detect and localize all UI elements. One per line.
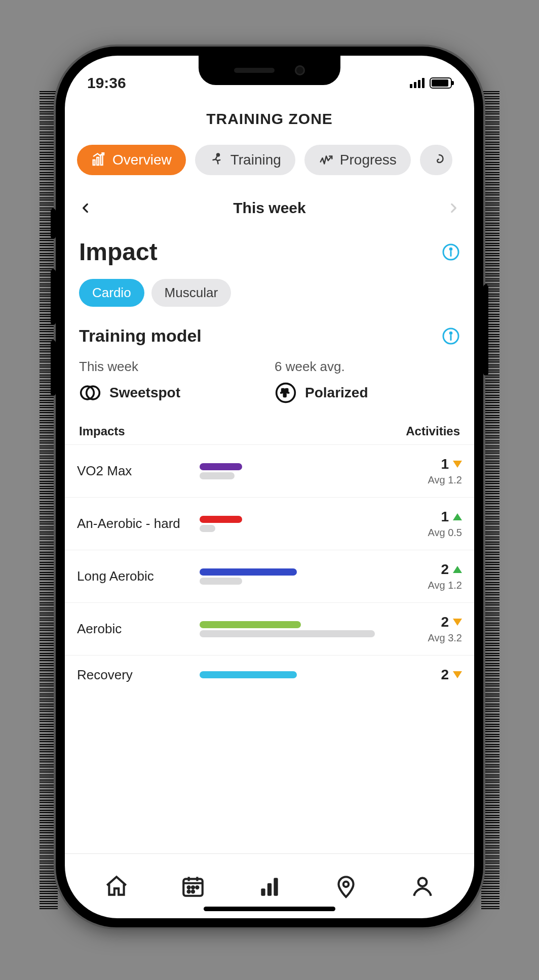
- bar-this-week: [200, 568, 297, 576]
- bar-avg: [200, 630, 375, 637]
- training-model-heading: Training model: [79, 326, 202, 346]
- battery-icon: [430, 77, 452, 89]
- activity-count: 2: [441, 667, 449, 683]
- impact-row[interactable]: An-Aerobic - hard1Avg 0.5: [65, 498, 474, 550]
- nav-places[interactable]: [332, 872, 360, 901]
- svg-point-15: [187, 890, 189, 892]
- tab-label: Training: [230, 152, 281, 168]
- svg-point-5: [450, 248, 452, 250]
- impact-activity: 1Avg 0.5: [397, 509, 462, 539]
- person-icon: [410, 874, 435, 899]
- training-model-header: Training model: [65, 312, 474, 346]
- chevron-left-icon[interactable]: [79, 201, 92, 215]
- impact-row[interactable]: Aerobic2Avg 3.2: [65, 603, 474, 656]
- filter-muscular[interactable]: Muscular: [151, 279, 231, 307]
- nav-profile[interactable]: [408, 872, 437, 901]
- week-label: This week: [233, 199, 305, 217]
- activity-count: 2: [441, 614, 449, 630]
- model-label: This week: [79, 359, 264, 375]
- bar-this-week: [200, 621, 301, 628]
- model-value: Sweetspot: [109, 385, 180, 401]
- filter-label: Cardio: [92, 285, 131, 300]
- chevron-right-icon[interactable]: [447, 201, 460, 215]
- impacts-list-header: Impacts Activities: [65, 407, 474, 444]
- svg-point-16: [192, 890, 194, 892]
- bars-icon: [257, 874, 282, 899]
- impact-row[interactable]: VO2 Max1Avg 1.2: [65, 445, 474, 498]
- impact-filters: Cardio Muscular: [65, 266, 474, 312]
- top-tabs: Overview Training Progress: [65, 128, 474, 180]
- svg-point-13: [192, 886, 194, 888]
- tab-progress[interactable]: Progress: [304, 145, 411, 175]
- impact-name: Recovery: [77, 667, 197, 683]
- tab-peek[interactable]: [420, 145, 452, 175]
- bar-this-week: [200, 463, 242, 470]
- svg-point-3: [217, 154, 219, 156]
- bar-this-week: [200, 671, 297, 678]
- activity-count: 2: [441, 561, 449, 578]
- tab-training[interactable]: Training: [195, 145, 295, 175]
- home-indicator[interactable]: [204, 907, 335, 911]
- device-notch: [199, 56, 340, 85]
- impact-activity: 1Avg 1.2: [397, 456, 462, 486]
- bar-avg: [200, 472, 235, 479]
- chart-up-icon: [91, 152, 106, 168]
- svg-rect-17: [261, 888, 265, 896]
- pulse-circle-icon: [275, 382, 297, 404]
- svg-point-12: [187, 886, 189, 888]
- impact-activity: 2: [397, 667, 462, 683]
- svg-point-20: [343, 881, 349, 886]
- impact-activity: 2Avg 1.2: [397, 561, 462, 591]
- impact-heading: Impact: [79, 238, 158, 266]
- impact-row[interactable]: Recovery2: [65, 656, 474, 684]
- filter-cardio[interactable]: Cardio: [79, 279, 144, 307]
- nav-stats[interactable]: [255, 872, 284, 901]
- trend-down-icon: [453, 461, 462, 468]
- impact-row[interactable]: Long Aerobic2Avg 1.2: [65, 550, 474, 603]
- impacts-column-label: Impacts: [79, 424, 125, 438]
- app-screen: 19:36 TRAINING ZONE Overview Traini: [65, 56, 474, 918]
- model-this-week: This week Sweetspot: [79, 359, 264, 404]
- model-six-week-avg: 6 week avg. Polarized: [275, 359, 460, 404]
- info-icon[interactable]: [442, 243, 460, 261]
- impact-activity: 2Avg 3.2: [397, 614, 462, 644]
- runner-icon: [209, 152, 224, 168]
- device-frame: 19:36 TRAINING ZONE Overview Traini: [56, 47, 483, 927]
- svg-point-14: [196, 886, 198, 888]
- bar-avg: [200, 525, 215, 532]
- page-title: TRAINING ZONE: [65, 110, 474, 128]
- trend-down-icon: [453, 671, 462, 678]
- impact-name: VO2 Max: [77, 463, 197, 479]
- impact-name: Aerobic: [77, 621, 197, 637]
- tab-label: Progress: [340, 152, 397, 168]
- tab-overview[interactable]: Overview: [77, 145, 186, 175]
- trend-down-icon: [453, 619, 462, 626]
- info-icon[interactable]: [442, 327, 460, 345]
- activity-count: 1: [441, 509, 449, 525]
- nav-calendar[interactable]: [179, 872, 207, 901]
- activities-column-label: Activities: [406, 424, 460, 438]
- activity-avg: Avg 1.2: [397, 580, 462, 591]
- model-value: Polarized: [305, 385, 368, 401]
- nav-home[interactable]: [102, 872, 131, 901]
- svg-rect-19: [274, 878, 278, 895]
- impact-bars: [200, 669, 394, 680]
- trend-up-icon: [453, 513, 462, 520]
- hook-icon: [434, 152, 449, 168]
- impact-bars: [200, 566, 394, 587]
- filter-label: Muscular: [165, 285, 218, 300]
- svg-rect-1: [97, 157, 99, 165]
- activity-avg: Avg 3.2: [397, 632, 462, 644]
- impact-name: An-Aerobic - hard: [77, 516, 197, 532]
- pin-icon: [333, 874, 359, 899]
- signal-icon: [410, 78, 425, 88]
- impact-bars: [200, 461, 394, 481]
- svg-rect-0: [93, 160, 95, 165]
- home-icon: [104, 874, 129, 899]
- impact-section-header: Impact: [65, 221, 474, 266]
- activity-avg: Avg 0.5: [397, 527, 462, 539]
- bar-avg: [200, 578, 242, 585]
- week-navigation: This week: [65, 180, 474, 221]
- svg-rect-18: [267, 883, 272, 895]
- training-model-values: This week Sweetspot 6 week avg. Polarize…: [65, 346, 474, 407]
